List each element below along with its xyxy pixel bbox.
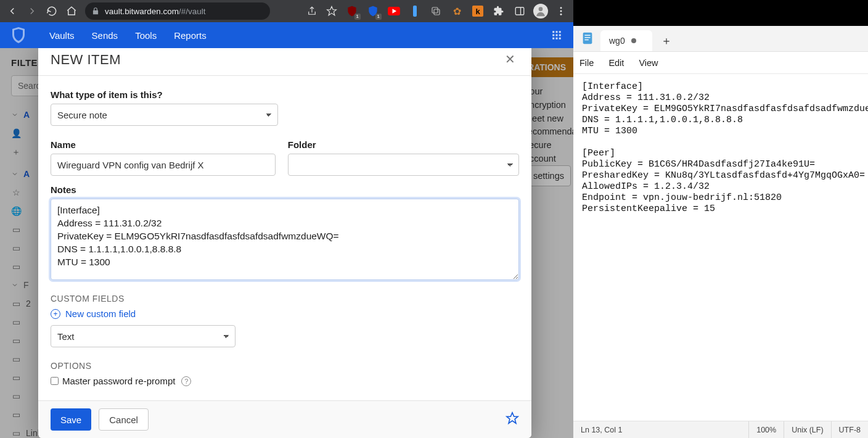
bitwarden-logo-icon — [11, 27, 26, 44]
extension-icon-flower[interactable]: ✿ — [449, 4, 464, 19]
svg-rect-18 — [556, 38, 558, 39]
svg-rect-11 — [552, 31, 554, 33]
reprompt-checkbox[interactable] — [51, 377, 59, 385]
custom-fields-heading: CUSTOM FIELDS — [51, 294, 519, 304]
notepad-tab[interactable]: wg0 — [600, 30, 652, 51]
folder-select[interactable] — [288, 154, 519, 176]
bitwarden-extension-icon[interactable]: 1 — [366, 4, 380, 19]
youtube-extension-icon[interactable] — [387, 4, 401, 19]
extension-icon-blue[interactable] — [407, 4, 422, 19]
unsaved-dot-icon — [631, 38, 636, 43]
svg-rect-12 — [556, 31, 558, 33]
lock-icon — [91, 7, 100, 15]
status-zoom: 100% — [749, 421, 784, 438]
svg-rect-21 — [583, 33, 592, 44]
folder-label: Folder — [288, 139, 519, 150]
svg-point-9 — [560, 10, 562, 12]
notepad-app-icon — [578, 29, 597, 48]
svg-marker-20 — [507, 413, 518, 423]
chrome-window: vault.bitwarden.com/#/vault 1 1 ✿ k — [0, 0, 573, 438]
profile-avatar[interactable] — [533, 4, 548, 19]
notepad-window: wg0 ＋ File Edit View [Interface] Address… — [573, 26, 868, 438]
chrome-toolbar: vault.bitwarden.com/#/vault 1 1 ✿ k — [0, 0, 573, 22]
nav-reports[interactable]: Reports — [174, 30, 207, 41]
plus-circle-icon: + — [51, 309, 60, 319]
svg-rect-3 — [432, 7, 438, 13]
extensions-puzzle-icon[interactable] — [491, 4, 506, 19]
bitwarden-body: FILTERS A 👤 ＋ A ☆ 🌐 ▭ ▭ ▭ F ▭2 ▭ ▭ — [0, 48, 573, 438]
help-icon[interactable]: ? — [181, 376, 191, 386]
notepad-titlebar: wg0 ＋ — [573, 26, 868, 52]
notepad-statusbar: Ln 13, Col 1 100% Unix (LF) UTF-8 — [573, 421, 868, 438]
type-label: What type of item is this? — [51, 89, 519, 100]
chrome-menu-icon[interactable] — [552, 2, 570, 20]
cancel-button[interactable]: Cancel — [99, 408, 149, 431]
svg-rect-4 — [434, 9, 440, 15]
name-input[interactable] — [51, 154, 276, 176]
apps-grid-icon[interactable] — [551, 30, 562, 41]
status-eol: Unix (LF) — [784, 421, 831, 438]
svg-rect-5 — [515, 7, 524, 15]
svg-rect-13 — [559, 31, 561, 33]
url-text: vault.bitwarden.com/#/vault — [105, 7, 206, 16]
bookmark-star-icon[interactable] — [323, 2, 340, 20]
svg-rect-15 — [556, 35, 558, 36]
extension-badge: 1 — [375, 14, 382, 20]
options-heading: OPTIONS — [51, 361, 519, 371]
status-position: Ln 13, Col 1 — [573, 421, 749, 438]
notepad-window-area: wg0 ＋ File Edit View [Interface] Address… — [573, 0, 868, 438]
svg-rect-14 — [552, 35, 554, 36]
favorite-star-icon[interactable] — [506, 411, 519, 428]
home-button[interactable] — [63, 2, 80, 20]
svg-point-7 — [539, 7, 543, 11]
status-encoding: UTF-8 — [832, 421, 868, 438]
svg-point-8 — [560, 7, 562, 9]
reprompt-checkbox-row[interactable]: Master password re-prompt ? — [51, 376, 519, 386]
nav-vaults[interactable]: Vaults — [49, 30, 75, 41]
svg-marker-0 — [327, 7, 337, 15]
bitwarden-nav: Vaults Sends Tools Reports — [0, 22, 573, 48]
custom-field-type-select[interactable]: Text — [51, 325, 235, 347]
svg-rect-24 — [584, 39, 588, 40]
new-tab-button[interactable]: ＋ — [656, 30, 677, 51]
menu-edit[interactable]: Edit — [608, 58, 624, 68]
modal-title: NEW ITEM — [51, 52, 121, 68]
share-icon[interactable] — [303, 2, 321, 20]
svg-rect-23 — [584, 37, 590, 38]
new-custom-field-link[interactable]: + New custom field — [51, 308, 519, 319]
svg-rect-22 — [584, 35, 590, 36]
ublock-extension-icon[interactable]: 1 — [345, 4, 359, 19]
modal-footer: Save Cancel — [38, 400, 531, 438]
reload-button[interactable] — [43, 2, 60, 20]
item-type-select[interactable]: Secure note — [51, 104, 278, 126]
notepad-text-content[interactable]: [Interface] Address = 111.31.0.2/32 Priv… — [573, 74, 868, 421]
extension-icon-k[interactable]: k — [470, 4, 485, 19]
notes-textarea[interactable]: [Interface] Address = 111.31.0.2/32 Priv… — [51, 199, 519, 280]
menu-view[interactable]: View — [639, 58, 658, 68]
address-bar[interactable]: vault.bitwarden.com/#/vault — [85, 2, 270, 20]
extension-badge: 1 — [354, 14, 361, 20]
menu-file[interactable]: File — [579, 58, 594, 68]
name-label: Name — [51, 139, 276, 150]
forward-button[interactable] — [23, 2, 41, 20]
extension-icon-stack[interactable] — [428, 4, 443, 19]
notepad-menubar: File Edit View — [573, 52, 868, 74]
svg-rect-19 — [559, 38, 561, 39]
notes-label: Notes — [51, 184, 519, 195]
svg-rect-16 — [559, 35, 561, 36]
reprompt-label: Master password re-prompt — [62, 376, 175, 386]
svg-point-10 — [560, 14, 562, 15]
save-button[interactable]: Save — [51, 408, 91, 431]
new-item-modal: NEW ITEM ✕ What type of item is this? Se… — [38, 48, 531, 438]
back-button[interactable] — [4, 2, 21, 20]
close-icon[interactable]: ✕ — [501, 52, 519, 67]
side-panel-icon[interactable] — [512, 4, 527, 19]
svg-rect-17 — [552, 38, 554, 39]
tab-title: wg0 — [609, 36, 625, 46]
nav-tools[interactable]: Tools — [135, 30, 157, 41]
nav-sends[interactable]: Sends — [92, 30, 118, 41]
